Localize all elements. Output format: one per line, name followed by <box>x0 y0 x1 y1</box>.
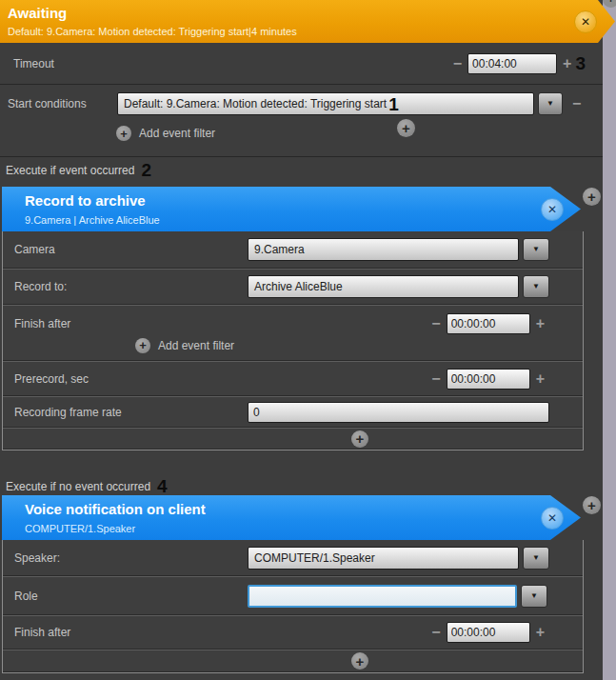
speaker-select[interactable]: COMPUTER/1.Speaker <box>248 547 519 570</box>
chevron-down-icon: ▼ <box>532 283 540 290</box>
frame-rate-row: Recording frame rate <box>3 396 583 428</box>
voice-panel-close-button[interactable]: ✕ <box>541 507 564 530</box>
voice-notification-panel: Voice notification on client COMPUTER/1.… <box>0 495 603 673</box>
camera-row: Camera 9.Camera ▼ <box>3 231 583 269</box>
record-add-event-filter-label: Add event filter <box>158 339 234 352</box>
finish-after-row: Finish after − + + Add event filter <box>3 305 583 361</box>
close-icon: ✕ <box>581 15 590 29</box>
start-conditions-label: Start conditions <box>8 97 117 110</box>
close-icon: ✕ <box>547 511 557 525</box>
speaker-row: Speaker: COMPUTER/1.Speaker ▼ <box>3 540 583 576</box>
add-action-button-event[interactable]: + <box>583 188 601 206</box>
frame-rate-input[interactable] <box>248 402 549 423</box>
record-panel-title: Record to archive <box>25 192 146 209</box>
chevron-down-icon: ▼ <box>532 246 540 253</box>
add-event-filter[interactable]: + Add event filter <box>116 126 603 141</box>
timeout-decrement-button[interactable]: − <box>453 56 462 71</box>
add-event-filter-icon: + <box>135 338 150 353</box>
voice-panel-subtitle: COMPUTER/1.Speaker <box>25 523 135 534</box>
start-conditions-value: Default: 9.Camera: Motion detected: Trig… <box>124 97 387 110</box>
timeout-spinner: − + <box>453 53 572 74</box>
annotation-4: 4 <box>157 477 168 495</box>
record-to-archive-panel: Record to archive 9.Camera | Archive Ali… <box>0 187 603 450</box>
record-panel-body: Camera 9.Camera ▼ Record to: Archive Ali… <box>2 231 584 450</box>
camera-label: Camera <box>14 243 248 256</box>
role-row: Role ▼ <box>3 576 583 615</box>
section-execute-no-event-label: Execute if no event occurred <box>6 480 150 493</box>
start-conditions-select[interactable]: Default: 9.Camera: Motion detected: Trig… <box>117 92 534 115</box>
prerecord-decrement-button[interactable]: − <box>431 371 440 387</box>
window-subtitle: Default: 9.Camera: Motion detected: Trig… <box>8 26 297 37</box>
prerecord-input[interactable] <box>447 369 530 390</box>
frame-rate-label: Recording frame rate <box>14 406 248 419</box>
role-select[interactable] <box>248 585 517 608</box>
window-title: Awaiting <box>8 5 67 21</box>
voice-finish-decrement-button[interactable]: − <box>431 625 440 640</box>
voice-panel-header: Voice notification on client COMPUTER/1.… <box>2 495 581 540</box>
voice-finish-increment-button[interactable]: + <box>536 625 545 640</box>
add-action-button-no-event[interactable]: + <box>583 496 601 514</box>
record-to-select[interactable]: Archive AliceBlue <box>248 275 519 298</box>
chevron-down-icon: ▼ <box>532 554 540 562</box>
record-panel-close-button[interactable]: ✕ <box>541 198 564 221</box>
window-header: Awaiting Default: 9.Camera: Motion detec… <box>0 0 615 43</box>
plus-icon: + <box>587 498 596 512</box>
timeout-input[interactable] <box>467 53 557 74</box>
plus-icon: + <box>402 121 410 135</box>
chevron-down-icon: ▼ <box>546 100 554 108</box>
timeout-label: Timeout <box>13 57 54 70</box>
plus-icon: + <box>356 654 365 669</box>
timeout-increment-button[interactable]: + <box>563 56 571 71</box>
camera-dropdown-button[interactable]: ▼ <box>523 238 549 261</box>
add-event-filter-label: Add event filter <box>139 127 215 140</box>
section-execute-no-event: Execute if no event occurred 4 <box>6 477 168 495</box>
record-panel-header: Record to archive 9.Camera | Archive Ali… <box>2 187 581 231</box>
annotation-2: 2 <box>141 161 151 179</box>
timeout-row: Timeout − + 3 <box>0 43 603 85</box>
annotation-1: 1 <box>388 95 399 113</box>
finish-after-label: Finish after <box>14 317 248 330</box>
close-icon: ✕ <box>547 203 557 216</box>
section-execute-event: Execute if event occurred 2 <box>6 161 151 179</box>
remove-condition-button[interactable]: − <box>572 96 581 111</box>
voice-add-button[interactable]: + <box>351 652 368 670</box>
finish-after-input[interactable] <box>447 313 530 334</box>
speaker-value: COMPUTER/1.Speaker <box>254 551 375 565</box>
start-conditions-block: Start conditions Default: 9.Camera: Moti… <box>0 85 603 157</box>
record-to-label: Record to: <box>14 280 248 293</box>
prerecord-increment-button[interactable]: + <box>536 371 545 387</box>
record-add-row: + <box>3 428 583 450</box>
record-panel-subtitle: 9.Camera | Archive AliceBlue <box>25 214 160 226</box>
voice-finish-after-row: Finish after − + <box>3 615 583 650</box>
voice-add-row: + <box>3 650 583 672</box>
finish-after-increment-button[interactable]: + <box>536 316 545 331</box>
speaker-label: Speaker: <box>14 551 248 565</box>
plus-icon: + <box>587 190 596 204</box>
role-label: Role <box>14 590 248 603</box>
role-dropdown-button[interactable]: ▼ <box>521 585 547 608</box>
voice-finish-after-spinner: − + <box>431 622 545 643</box>
record-to-row: Record to: Archive AliceBlue ▼ <box>3 269 583 305</box>
camera-value: 9.Camera <box>254 243 305 256</box>
plus-icon: + <box>356 431 365 446</box>
voice-panel-title: Voice notification on client <box>25 501 206 517</box>
chevron-down-icon: ▼ <box>530 592 538 600</box>
camera-select[interactable]: 9.Camera <box>248 238 519 261</box>
speaker-dropdown-button[interactable]: ▼ <box>523 547 549 570</box>
record-to-dropdown-button[interactable]: ▼ <box>523 275 549 298</box>
prerecord-spinner: − + <box>431 369 545 390</box>
section-execute-event-label: Execute if event occurred <box>6 164 134 177</box>
add-event-filter-icon: + <box>116 126 131 141</box>
voice-panel-body: Speaker: COMPUTER/1.Speaker ▼ Role ▼ <box>2 540 584 673</box>
right-background-strip <box>603 0 616 680</box>
voice-finish-after-label: Finish after <box>14 626 248 639</box>
record-to-value: Archive AliceBlue <box>254 280 343 293</box>
finish-after-spinner: − + <box>431 313 545 334</box>
close-button[interactable]: ✕ <box>574 10 597 33</box>
voice-finish-after-input[interactable] <box>447 622 530 643</box>
start-conditions-dropdown-button[interactable]: ▼ <box>538 92 563 115</box>
finish-after-decrement-button[interactable]: − <box>431 316 440 331</box>
record-add-event-filter[interactable]: + Add event filter <box>135 338 573 353</box>
start-conditions-row: Start conditions Default: 9.Camera: Moti… <box>0 85 603 115</box>
record-add-button[interactable]: + <box>351 430 368 448</box>
